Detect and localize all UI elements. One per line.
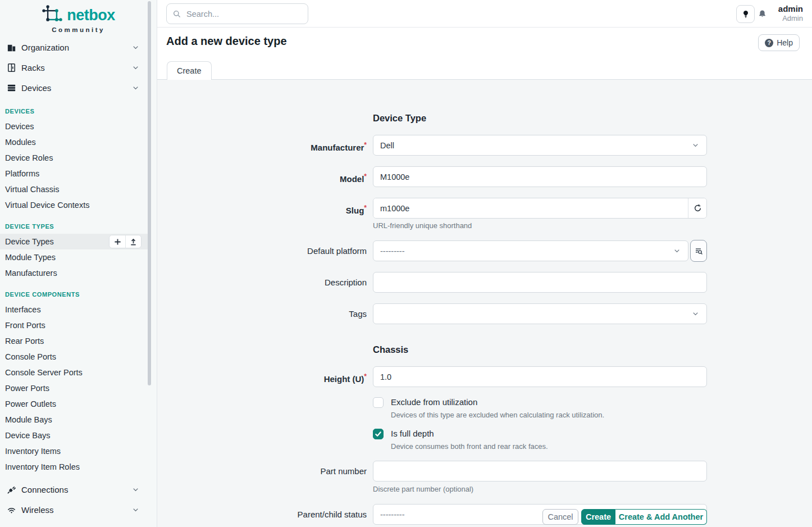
sidebar-item-manufacturers[interactable]: Manufacturers [0, 265, 157, 281]
section-heading-chassis: Chassis [373, 344, 408, 355]
user-role: Admin [778, 14, 803, 23]
sidebar-section-devices: DEVICES [0, 107, 157, 116]
is-full-depth-checkbox[interactable] [373, 429, 384, 439]
model-input[interactable] [373, 166, 707, 187]
description-label: Description [157, 272, 367, 293]
user-menu[interactable]: admin Admin [778, 4, 803, 23]
height-input[interactable] [373, 366, 707, 387]
search-icon [172, 10, 181, 19]
chevron-down-icon [131, 506, 140, 514]
sidebar: netbox Community Organization Racks [0, 0, 157, 527]
section-heading-device-type: Device Type [373, 113, 426, 124]
create-and-add-another-button[interactable]: Create & Add Another [615, 509, 707, 525]
manufacturer-select[interactable]: Dell [373, 135, 707, 156]
page-title: Add a new device type [166, 35, 287, 48]
sidebar-item-label: Virtual Device Contexts [5, 201, 89, 210]
device-type-form: Device Type Manufacturer* Dell Model* Sl… [157, 80, 812, 527]
exclude-from-utilization-label[interactable]: Exclude from utilization [391, 396, 477, 408]
sidebar-item-virtual-chassis[interactable]: Virtual Chassis [0, 181, 157, 197]
model-label: Model* [157, 166, 367, 189]
brand-logo[interactable]: netbox Community [0, 0, 157, 33]
sidebar-item-module-types[interactable]: Module Types [0, 249, 157, 265]
sidebar-item-device-types[interactable]: Device Types [0, 234, 148, 249]
theme-toggle-button[interactable] [736, 5, 755, 23]
sidebar-item-console-server-ports[interactable]: Console Server Ports [0, 365, 157, 380]
sidebar-item-label: Interfaces [5, 305, 41, 314]
default-platform-label: Default platform [157, 240, 367, 261]
sidebar-item-device-roles[interactable]: Device Roles [0, 150, 157, 166]
sidebar-item-inventory-item-roles[interactable]: Inventory Item Roles [0, 459, 157, 475]
sidebar-item-device-bays[interactable]: Device Bays [0, 428, 157, 443]
is-full-depth-hint: Device consumes both front and rear rack… [391, 442, 548, 451]
part-number-input[interactable] [373, 461, 707, 481]
browse-platforms-button[interactable] [690, 240, 707, 262]
sidebar-item-label: Wireless [21, 505, 131, 515]
sidebar-item-platforms[interactable]: Platforms [0, 166, 157, 181]
import-device-type-button[interactable] [125, 235, 141, 248]
sidebar-item-label: Front Ports [5, 321, 45, 330]
sidebar-item-racks[interactable]: Racks [0, 57, 157, 78]
slug-label: Slug* [157, 198, 367, 221]
building-icon [6, 42, 17, 53]
sidebar-item-console-ports[interactable]: Console Ports [0, 349, 157, 365]
sidebar-item-label: Organization [21, 43, 131, 52]
sidebar-item-rear-ports[interactable]: Rear Ports [0, 333, 157, 349]
sidebar-item-label: Module Types [5, 253, 56, 262]
sidebar-scrollbar[interactable] [148, 1, 151, 385]
tags-select[interactable] [373, 303, 707, 324]
exclude-from-utilization-checkbox[interactable] [373, 397, 384, 408]
sidebar-item-interfaces[interactable]: Interfaces [0, 302, 157, 317]
add-device-type-button[interactable] [110, 235, 125, 248]
netbox-logo-icon [42, 4, 63, 26]
notifications-bell-icon[interactable] [758, 9, 767, 19]
chevron-down-icon [131, 63, 140, 72]
sidebar-item-organization[interactable]: Organization [0, 37, 157, 57]
cancel-button[interactable]: Cancel [542, 509, 578, 525]
sidebar-item-label: Inventory Items [5, 447, 61, 456]
sidebar-item-devices[interactable]: Devices [0, 78, 157, 98]
sidebar-item-power-ports[interactable]: Power Ports [0, 380, 157, 396]
regenerate-slug-button[interactable] [688, 198, 706, 218]
server-stack-icon [6, 83, 17, 93]
sidebar-item-label: Device Roles [5, 153, 53, 162]
sidebar-item-label: Modules [5, 138, 36, 147]
sidebar-item-modules[interactable]: Modules [0, 134, 157, 150]
part-number-hint: Discrete part number (optional) [373, 485, 473, 493]
help-button[interactable]: Help [758, 34, 800, 51]
sidebar-item-module-bays[interactable]: Module Bays [0, 412, 157, 428]
create-button[interactable]: Create [581, 509, 615, 525]
sidebar-item-connections[interactable]: Connections [0, 479, 157, 499]
sidebar-item-label: Rear Ports [5, 337, 44, 346]
sidebar-item-power-outlets[interactable]: Power Outlets [0, 396, 157, 412]
brand-subtitle: Community [0, 26, 157, 33]
chevron-down-icon [673, 247, 681, 255]
sidebar-item-devices-list[interactable]: Devices [0, 119, 157, 134]
wifi-icon [6, 505, 17, 515]
device-types-quick-actions [109, 235, 142, 248]
refresh-icon [694, 204, 702, 212]
rack-icon [6, 62, 17, 73]
description-input[interactable] [373, 272, 707, 293]
chevron-down-icon [691, 141, 700, 149]
sidebar-item-label: Connections [21, 485, 131, 494]
exclude-from-utilization-hint: Devices of this type are excluded when c… [391, 411, 604, 419]
search-input[interactable] [186, 10, 302, 19]
is-full-depth-label[interactable]: Is full depth [391, 428, 434, 440]
sidebar-section-device-types: DEVICE TYPES [0, 222, 157, 231]
sidebar-item-label: Racks [21, 63, 131, 72]
manufacturer-value: Dell [380, 141, 691, 150]
default-platform-select[interactable]: --------- [373, 240, 688, 261]
list-search-icon [694, 247, 703, 256]
sidebar-item-virtual-device-contexts[interactable]: Virtual Device Contexts [0, 197, 157, 213]
search-box [166, 3, 308, 24]
tags-label: Tags [157, 303, 367, 324]
sidebar-item-wireless[interactable]: Wireless [0, 499, 157, 520]
slug-input[interactable] [373, 198, 688, 218]
tab-create[interactable]: Create [167, 61, 212, 80]
lightbulb-icon [741, 10, 750, 19]
sidebar-item-front-ports[interactable]: Front Ports [0, 317, 157, 333]
slug-hint: URL-friendly unique shorthand [373, 221, 472, 230]
sidebar-item-inventory-items[interactable]: Inventory Items [0, 443, 157, 459]
check-icon [375, 430, 382, 438]
tab-label: Create [177, 66, 202, 75]
